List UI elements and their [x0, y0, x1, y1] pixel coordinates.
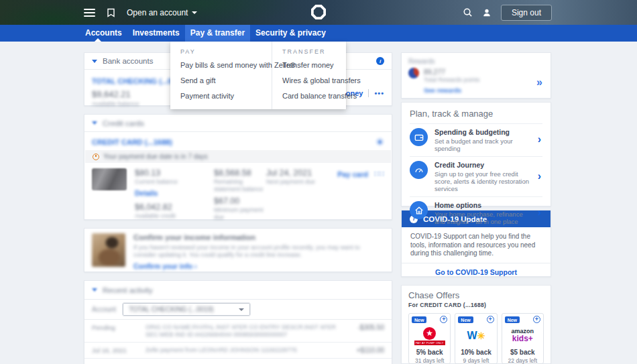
rewards-title: Rewards — [408, 58, 544, 65]
credit-cards-card: Credit cards CREDIT CARD (...1688) ✻ You… — [84, 114, 392, 220]
current-tab-caret — [95, 38, 101, 42]
more-options-grid-icon[interactable]: ∷∷ — [374, 170, 385, 178]
tab-investments[interactable]: Investments — [127, 25, 185, 42]
account-select-label: Account — [92, 306, 116, 313]
pay-transfer-dropdown: PAY Pay bills & send money with Zelle® S… — [170, 42, 346, 109]
income-banner-body: If you haven't reviewed your income in y… — [133, 244, 382, 259]
flag-icon[interactable] — [107, 8, 115, 17]
menu-item-card-balance-transfers[interactable]: Card balance transfers — [282, 92, 361, 100]
statement-balance-label: Remaining statement balance — [214, 178, 266, 192]
plan-item-desc: Set a budget and track your spending — [435, 137, 532, 152]
menu-item-wires-global-transfers[interactable]: Wires & global transfers — [282, 76, 361, 84]
offer-tile-texaco[interactable]: New + ★ PAY AT PUMP ONLY 5% back 31 days… — [408, 313, 451, 364]
card-art-image — [92, 168, 127, 190]
menu-item-transfer-money[interactable]: Transfer money — [282, 61, 361, 69]
open-account-label: Open an account — [127, 8, 188, 17]
tab-accounts[interactable]: Accounts — [80, 25, 127, 42]
chevron-down-icon — [192, 11, 197, 14]
tab-security-and-privacy[interactable]: Security & privacy — [250, 25, 331, 42]
confirm-income-link[interactable]: Confirm your info › — [133, 262, 197, 270]
payment-due-alert: Your payment due date is in 7 days — [85, 150, 391, 163]
statement-balance-value: $8,568.58 — [214, 168, 266, 178]
wallet-icon — [410, 128, 428, 146]
transaction-amount: -$305.50 — [344, 324, 384, 338]
plan-item-title: Spending & budgeting — [435, 128, 532, 136]
transaction-date: Jul 16, 2021 — [92, 347, 146, 354]
plan-item-desc: Your home purchase, refinance and insigh… — [435, 210, 532, 225]
profile-photo — [92, 233, 125, 267]
sidebar-column: Rewards 89,277 Total Rewards points See … — [401, 52, 551, 364]
available-credit-label: Available credit — [135, 213, 214, 220]
chase-logo[interactable] — [311, 5, 326, 22]
hamburger-menu-icon[interactable] — [84, 9, 95, 17]
plan-item-spending-budgeting[interactable]: Spending & budgeting Set a budget and tr… — [410, 123, 542, 156]
bank-accounts-title: Bank accounts — [103, 57, 153, 65]
open-account-menu[interactable]: Open an account — [127, 8, 197, 17]
details-link[interactable]: Details — [135, 189, 158, 197]
menu-item-payment-activity[interactable]: Payment activity — [180, 92, 265, 100]
current-balance-value: $80.13 — [135, 168, 214, 178]
offer-days-left: 9 days left — [455, 357, 496, 364]
add-offer-icon[interactable]: + — [440, 316, 447, 323]
new-badge: New — [458, 316, 473, 323]
walmart-plus-logo: W✳ — [455, 325, 496, 347]
rewards-points: 89,277 — [424, 68, 480, 76]
transaction-date: Pending — [92, 324, 146, 338]
offer-tile-amazon-kids[interactable]: New + amazon kids+ $5 back 22 days left — [502, 313, 544, 364]
chevron-right-icon: › — [538, 206, 541, 219]
badge-icon[interactable]: ✻ — [375, 137, 384, 146]
gauge-icon — [410, 161, 428, 179]
credit-cards-title: Credit cards — [103, 119, 144, 127]
info-icon[interactable]: i — [376, 57, 384, 65]
more-options-icon[interactable]: ••• — [374, 89, 384, 97]
income-banner-card: Confirm your income information If you h… — [84, 228, 392, 272]
menu-heading-pay: PAY — [180, 48, 265, 55]
income-banner-title: Confirm your income information — [133, 233, 382, 241]
minimum-payment-label: Minimum payment due — [214, 206, 266, 221]
transaction-row[interactable]: Jul 16, 2021 Zelle payment from LEONARD … — [84, 343, 392, 359]
see-rewards-link[interactable]: See rewards — [424, 86, 461, 94]
transaction-amount: +$110.00 — [344, 347, 384, 354]
chase-offers-card: Chase Offers For CREDIT CARD (...1688) N… — [401, 285, 551, 364]
offer-days-left: 22 days left — [502, 357, 543, 364]
top-header: Open an account Sign out — [0, 0, 637, 25]
offers-subtitle: For CREDIT CARD (...1688) — [408, 302, 544, 308]
tab-pay-and-transfer[interactable]: Pay & transfer — [185, 25, 250, 42]
add-offer-icon[interactable]: + — [533, 316, 540, 323]
rewards-program-icon — [408, 68, 419, 78]
new-badge: New — [412, 316, 426, 323]
covid-card-body: COVID-19 Support can help you find the t… — [402, 227, 551, 263]
chevron-right-icon: › — [538, 170, 541, 182]
plan-item-title: Credit Journey — [435, 161, 532, 169]
menu-item-pay-bills-zelle[interactable]: Pay bills & send money with Zelle® — [180, 61, 265, 69]
collapse-arrow-icon[interactable] — [92, 288, 97, 292]
double-chevron-icon[interactable]: » — [536, 78, 542, 86]
sign-out-button[interactable]: Sign out — [501, 5, 552, 21]
offer-tile-walmart-plus[interactable]: New + W✳ 10% back 9 days left — [455, 313, 497, 364]
collapse-arrow-icon[interactable] — [92, 121, 97, 125]
menu-item-send-a-gift[interactable]: Send a gift — [180, 76, 265, 84]
transaction-row[interactable]: Pending ORIG CO NAME:PAYPAL INST XFER CO… — [84, 320, 392, 343]
offer-reward: 5% back — [409, 349, 450, 356]
chevron-down-icon — [239, 308, 244, 311]
account-select-value: TOTAL CHECKING (...0019) — [129, 306, 214, 313]
covid-support-link[interactable]: Go to COVID-19 Support — [402, 263, 551, 281]
collapse-arrow-icon[interactable] — [92, 60, 97, 63]
minimum-payment-value: $67.00 — [214, 196, 266, 206]
credit-card-link[interactable]: CREDIT CARD (...1688) — [92, 138, 172, 146]
add-offer-icon[interactable]: + — [487, 316, 494, 323]
plan-item-desc: Sign up to get your free credit score, a… — [435, 170, 532, 192]
search-icon[interactable] — [463, 7, 473, 17]
plan-card-title: Plan, track & manage — [410, 109, 542, 119]
current-balance-label: Current balance — [135, 178, 214, 186]
plan-item-credit-journey[interactable]: Credit Journey Sign up to get your free … — [410, 156, 542, 196]
plan-item-home-options[interactable]: Home options Your home purchase, refinan… — [410, 196, 542, 229]
offer-reward: $5 back — [502, 349, 543, 356]
recent-activity-card: Recent activity Account TOTAL CHECKING (… — [84, 280, 392, 364]
plan-track-manage-card: Plan, track & manage Spending & budgetin… — [401, 102, 551, 206]
rewards-points-label: Total Rewards points — [424, 76, 480, 83]
payment-due-alert-text: Your payment due date is in 7 days — [103, 153, 208, 160]
account-select[interactable]: TOTAL CHECKING (...0019) — [123, 303, 250, 316]
pay-card-link[interactable]: Pay card — [337, 170, 368, 178]
user-icon[interactable] — [482, 8, 491, 17]
